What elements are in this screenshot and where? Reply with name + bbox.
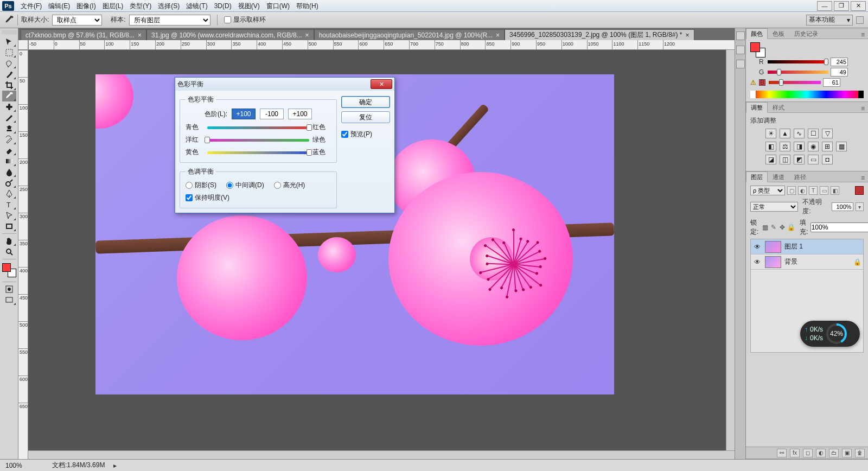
lock-all-icon[interactable]: 🔒 — [787, 223, 795, 232]
sample-layers-select[interactable]: 所有图层 — [129, 15, 210, 26]
panel-menu-icon[interactable]: ≡ — [858, 174, 868, 182]
window-minimize-button[interactable]: — — [817, 1, 832, 11]
vertical-scrollbar[interactable] — [726, 50, 735, 450]
layer-mask-icon[interactable]: ◻ — [803, 449, 813, 457]
history-tab[interactable]: 历史记录 — [789, 28, 823, 39]
type-tool[interactable]: T — [2, 199, 16, 210]
history-brush-tool[interactable] — [2, 134, 16, 145]
rectangle-tool[interactable] — [2, 221, 16, 232]
workspace-switcher[interactable]: 基本功能▾ — [806, 15, 853, 26]
layer-filter-kind[interactable]: ρ 类型 — [750, 186, 785, 195]
blur-tool[interactable] — [2, 167, 16, 177]
adjustment-layer-icon[interactable]: ◐ — [816, 449, 826, 457]
gradient-map-icon[interactable]: ▭ — [808, 155, 819, 164]
color-tab[interactable]: 颜色 — [746, 28, 768, 39]
g-slider[interactable] — [768, 69, 828, 75]
brush-tool[interactable] — [2, 112, 16, 123]
color-ramp[interactable] — [750, 91, 864, 98]
filter-type-icon[interactable]: T — [809, 186, 818, 195]
channels-tab[interactable]: 通道 — [768, 171, 789, 182]
layer-row[interactable]: 👁 背景 🔒 — [751, 254, 863, 270]
levels-input-yellow-blue[interactable] — [288, 109, 312, 119]
character-panel-icon[interactable] — [736, 46, 745, 54]
dialog-close-button[interactable]: ✕ — [371, 79, 392, 89]
crop-tool[interactable] — [2, 80, 16, 91]
lock-position-icon[interactable]: ✥ — [778, 223, 787, 232]
layers-list[interactable]: 👁 图层 1 👁 背景 🔒 ↑0K/s ↓0K/s — [750, 239, 864, 353]
paragraph-panel-icon[interactable] — [736, 60, 745, 68]
invert-icon[interactable]: ◪ — [765, 155, 776, 164]
eraser-tool[interactable] — [2, 145, 16, 156]
menu-help[interactable]: 帮助(H) — [293, 0, 322, 12]
g-input[interactable] — [831, 68, 848, 77]
quick-mask-toggle[interactable] — [2, 284, 16, 295]
menu-view[interactable]: 视图(V) — [235, 0, 263, 12]
preserve-luminosity-checkbox[interactable]: 保持明度(V) — [186, 193, 331, 202]
b-input[interactable] — [823, 78, 840, 87]
layer-name[interactable]: 背景 — [784, 257, 850, 266]
zoom-tool[interactable] — [2, 246, 16, 257]
cyan-red-slider[interactable] — [207, 124, 309, 131]
fill-input[interactable] — [810, 222, 868, 232]
black-white-icon[interactable]: ◨ — [794, 142, 805, 151]
photo-filter-icon[interactable]: ◉ — [808, 142, 819, 151]
gamut-warning-icon[interactable]: ⚠ — [750, 79, 757, 86]
vibrance-icon[interactable]: ▽ — [822, 129, 833, 138]
link-layers-icon[interactable]: ⚯ — [777, 449, 787, 457]
filter-shape-icon[interactable]: ▭ — [820, 186, 828, 195]
group-icon[interactable]: 🗀 — [829, 449, 839, 457]
color-balance-icon[interactable]: ⚖ — [780, 142, 790, 151]
swatches-tab[interactable]: 色板 — [768, 28, 789, 39]
close-icon[interactable]: × — [496, 31, 500, 39]
reset-button[interactable]: 复位 — [341, 111, 390, 123]
selective-color-icon[interactable]: ◘ — [822, 155, 833, 164]
options-bar-grip-icon[interactable] — [856, 16, 864, 24]
blend-mode-select[interactable]: 正常 — [750, 202, 798, 212]
foreground-color-swatch[interactable] — [2, 263, 11, 272]
horizontal-scrollbar[interactable] — [28, 450, 735, 459]
hand-tool[interactable] — [2, 236, 16, 246]
menu-filter[interactable]: 滤镜(T) — [183, 0, 210, 12]
toolbox-grip-icon[interactable] — [2, 30, 17, 35]
color-panel-swatches[interactable] — [750, 42, 765, 58]
document-tab[interactable]: ct7xknoo.bmp @ 57.8% (31, RGB/8...× — [21, 29, 146, 40]
visibility-toggle-icon[interactable]: 👁 — [753, 258, 762, 266]
healing-brush-tool[interactable] — [2, 101, 16, 112]
zoom-level[interactable]: 100% — [5, 462, 43, 469]
levels-input-magenta-green[interactable] — [260, 109, 284, 119]
close-icon[interactable]: × — [305, 31, 309, 39]
exposure-icon[interactable]: ☐ — [808, 129, 819, 138]
menu-edit[interactable]: 编辑(E) — [45, 0, 73, 12]
gradient-tool[interactable] — [2, 156, 16, 167]
sample-size-select[interactable]: 取样点 — [52, 15, 102, 26]
window-restore-button[interactable]: ❐ — [834, 1, 849, 11]
network-meter-overlay[interactable]: ↑0K/s ↓0K/s 42% — [800, 321, 860, 347]
document-tab[interactable]: houtaobaisebeijinggaoqingtupian_5022014.… — [314, 29, 505, 40]
layer-name[interactable]: 图层 1 — [784, 242, 861, 251]
lasso-tool[interactable] — [2, 58, 16, 69]
preview-checkbox[interactable]: 预览(P) — [341, 130, 390, 139]
filter-pixel-icon[interactable]: ▢ — [787, 186, 796, 195]
lock-pixels-icon[interactable]: ✎ — [769, 223, 778, 232]
yellow-blue-slider[interactable] — [207, 149, 309, 156]
visibility-toggle-icon[interactable]: 👁 — [753, 243, 762, 251]
layers-tab[interactable]: 图层 — [746, 171, 768, 182]
layer-style-icon[interactable]: fx — [790, 449, 800, 457]
midtones-radio[interactable]: 中间调(D) — [226, 181, 264, 190]
highlights-radio[interactable]: 高光(H) — [274, 181, 305, 190]
opacity-dropdown-icon[interactable]: ▾ — [856, 202, 864, 211]
ok-button[interactable]: 确定 — [341, 96, 390, 108]
layer-thumbnail[interactable] — [765, 241, 781, 253]
eyedropper-tool[interactable] — [2, 91, 16, 101]
layer-thumbnail[interactable] — [765, 256, 781, 268]
filter-smart-icon[interactable]: ◧ — [831, 186, 839, 195]
path-selection-tool[interactable] — [2, 210, 16, 221]
move-tool[interactable] — [2, 36, 16, 47]
brightness-contrast-icon[interactable]: ☀ — [765, 129, 776, 138]
paths-tab[interactable]: 路径 — [789, 171, 811, 182]
screen-mode-toggle[interactable] — [2, 295, 16, 305]
marquee-tool[interactable] — [2, 47, 16, 58]
menu-select[interactable]: 选择(S) — [155, 0, 183, 12]
posterize-icon[interactable]: ◫ — [780, 155, 790, 164]
menu-window[interactable]: 窗口(W) — [263, 0, 293, 12]
